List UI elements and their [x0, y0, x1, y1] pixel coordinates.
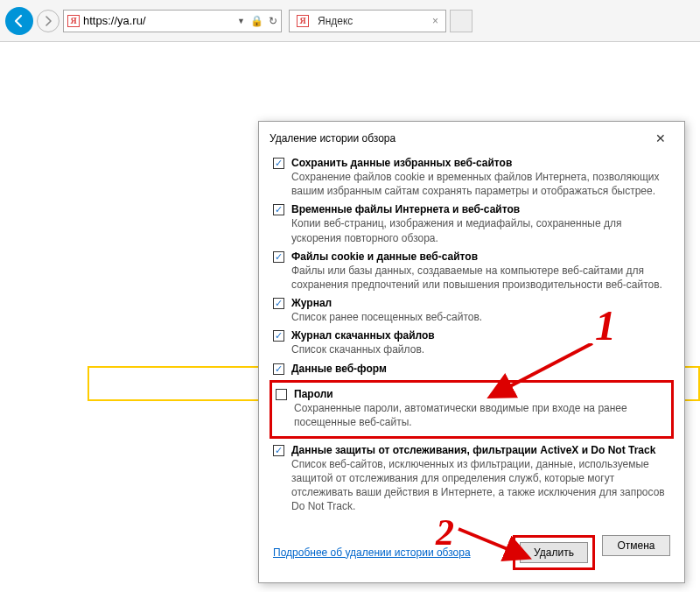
option-title: Данные защиты от отслеживания, фильтраци…: [291, 444, 670, 456]
tab-title: Яндекс: [318, 15, 427, 27]
forward-button[interactable]: [37, 10, 60, 32]
dialog-titlebar: Удаление истории обзора ✕: [259, 122, 684, 153]
address-icons: ▼ 🔒 ↻: [237, 15, 277, 27]
checkbox-tracking-protection[interactable]: [273, 445, 284, 456]
dialog-close-button[interactable]: ✕: [648, 129, 674, 148]
new-tab-button[interactable]: [450, 10, 472, 32]
delete-history-dialog: Удаление истории обзора ✕ Сохранить данн…: [258, 121, 685, 583]
option-passwords: Пароли Сохраненные пароли, автоматически…: [276, 388, 668, 429]
option-desc: Сохранение файлов cookie и временных фай…: [291, 170, 670, 198]
url-text: https://ya.ru/: [83, 14, 237, 27]
option-form-data: Данные веб-форм: [273, 363, 670, 375]
dialog-body: Сохранить данные избранных веб-сайтов Со…: [259, 153, 684, 526]
checkbox-preserve-favorites[interactable]: [273, 158, 284, 169]
address-bar[interactable]: Я https://ya.ru/ ▼ 🔒 ↻: [63, 10, 282, 32]
tab-favicon: Я: [297, 15, 309, 27]
option-desc: Сохраненные пароли, автоматически вводим…: [294, 401, 668, 429]
checkbox-passwords[interactable]: [276, 389, 287, 400]
dropdown-icon[interactable]: ▼: [237, 17, 245, 25]
checkbox-cookies[interactable]: [273, 251, 284, 263]
refresh-icon[interactable]: ↻: [269, 15, 277, 27]
tab-close-icon[interactable]: ×: [432, 15, 438, 27]
option-desc: Файлы или базы данных, создаваемые на ко…: [291, 264, 670, 292]
option-desc: Копии веб-страниц, изображения и медиафа…: [291, 216, 670, 244]
checkbox-history[interactable]: [273, 298, 284, 309]
lock-icon: 🔒: [250, 15, 263, 27]
annotation-number-2: 2: [436, 511, 454, 553]
cancel-button[interactable]: Отмена: [602, 535, 670, 556]
back-button[interactable]: [5, 7, 33, 35]
option-title: Сохранить данные избранных веб-сайтов: [291, 157, 670, 169]
annotation-arrow-1: [483, 343, 597, 413]
annotation-number-1: 1: [595, 301, 616, 349]
annotation-arrow-2: [457, 527, 536, 562]
option-title: Пароли: [294, 388, 668, 400]
option-title: Временные файлы Интернета и веб-сайтов: [291, 203, 670, 215]
option-cookies: Файлы cookie и данные веб-сайтов Файлы и…: [273, 250, 670, 292]
option-title: Файлы cookie и данные веб-сайтов: [291, 250, 670, 263]
browser-tab[interactable]: Я Яндекс ×: [289, 10, 446, 32]
option-title: Данные веб-форм: [291, 363, 670, 375]
option-desc: Список веб-сайтов, исключенных из фильтр…: [291, 457, 670, 514]
browser-toolbar: Я https://ya.ru/ ▼ 🔒 ↻ Я Яндекс ×: [0, 0, 700, 42]
option-temp-files: Временные файлы Интернета и веб-сайтов К…: [273, 203, 670, 244]
checkbox-temp-files[interactable]: [273, 204, 284, 215]
checkbox-form-data[interactable]: [273, 363, 284, 375]
option-preserve-favorites: Сохранить данные избранных веб-сайтов Со…: [273, 157, 670, 198]
checkbox-download-history[interactable]: [273, 330, 284, 342]
option-tracking-protection: Данные защиты от отслеживания, фильтраци…: [273, 444, 670, 514]
annotation-highlight-1: Пароли Сохраненные пароли, автоматически…: [270, 380, 674, 439]
dialog-title: Удаление истории обзора: [270, 132, 396, 144]
site-favicon: Я: [67, 15, 80, 27]
